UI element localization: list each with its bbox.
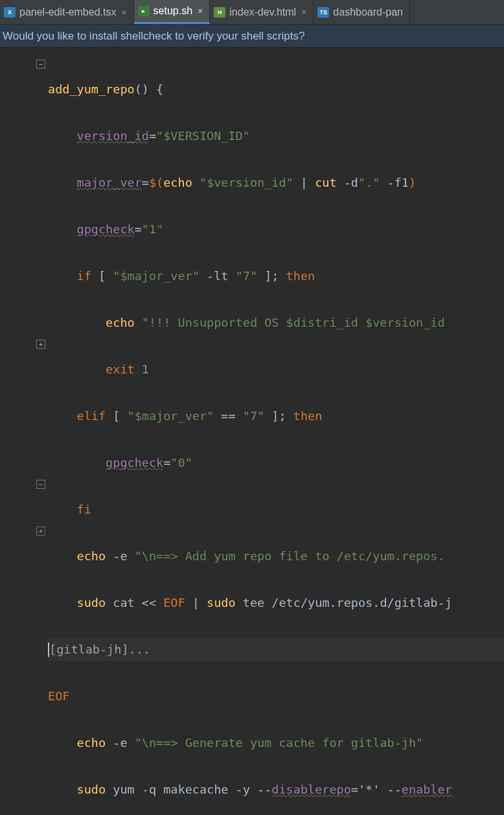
tab-setup-sh[interactable]: ▸ setup.sh × — [134, 0, 211, 24]
tsx-file-icon: X — [4, 7, 16, 18]
close-icon[interactable]: × — [120, 7, 126, 18]
tab-index-dev-html[interactable]: H index-dev.html × — [210, 0, 314, 24]
fold-toggle[interactable]: − — [36, 480, 45, 489]
code-area[interactable]: add_yum_repo() { version_id="$VERSION_ID… — [48, 48, 504, 815]
gutter: − + − + — [0, 48, 48, 815]
fold-toggle[interactable]: − — [36, 60, 45, 69]
tab-dashboard-panel[interactable]: TS dashboard-pan — [314, 0, 410, 24]
close-icon[interactable]: × — [196, 6, 203, 16]
sh-file-icon: ▸ — [138, 6, 150, 16]
close-icon[interactable]: × — [300, 7, 306, 18]
ts-file-icon: TS — [317, 7, 329, 18]
tab-bar: X panel-edit-embed.tsx × ▸ setup.sh × H … — [0, 0, 504, 25]
tab-label: setup.sh — [154, 5, 192, 17]
code-editor[interactable]: − + − + add_yum_repo() { version_id="$VE… — [0, 48, 504, 815]
tab-label: panel-edit-embed.tsx — [19, 6, 116, 18]
tab-label: index-dev.html — [229, 6, 296, 18]
tab-panel-edit-embed[interactable]: X panel-edit-embed.tsx × — [0, 0, 134, 24]
notice-text: Would you like to install shellcheck to … — [3, 30, 304, 43]
html-file-icon: H — [214, 7, 225, 18]
tab-label: dashboard-pan — [333, 6, 403, 18]
fold-toggle[interactable]: + — [36, 526, 45, 536]
shellcheck-notice[interactable]: Would you like to install shellcheck to … — [0, 25, 504, 48]
fold-toggle[interactable]: + — [36, 340, 45, 349]
